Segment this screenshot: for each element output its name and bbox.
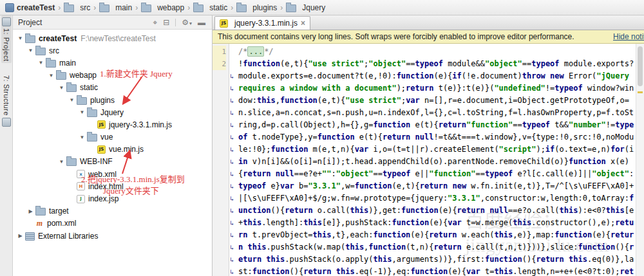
tree-item-pom-xml[interactable]: mpom.xml xyxy=(13,217,212,230)
breadcrumb-item-webapp[interactable]: webapp xyxy=(140,3,185,12)
soft-wrap-icon: ↳ xyxy=(230,180,234,192)
maven-file-icon: m xyxy=(35,219,44,228)
code-line-1: /*...*/ xyxy=(238,46,634,58)
xml-file-icon: x xyxy=(77,170,85,178)
tree-item-label: vue.min.js xyxy=(109,145,144,154)
soft-wrap-icon: ↳ xyxy=(230,168,234,180)
tree-item-label: webapp xyxy=(70,71,97,80)
tree-item-label: plugins xyxy=(90,96,115,105)
breadcrumb-item-main[interactable]: main xyxy=(98,3,133,12)
soft-wrap-icon: ↳ xyxy=(230,217,234,229)
folder-icon xyxy=(236,5,247,12)
scrollbar-thumb[interactable] xyxy=(638,46,643,86)
chevron-separator-icon: › xyxy=(58,3,61,12)
breadcrumb-item-src[interactable]: src xyxy=(62,3,91,12)
folder-icon xyxy=(46,60,56,68)
project-panel: Project ⌖ ⊟ ⚙▾ ▬ ▼createTestF:\newTest\c… xyxy=(13,15,213,276)
breadcrumb-label: Jquery xyxy=(302,3,325,12)
structure-tool-icon xyxy=(2,118,11,127)
chevron-down-icon[interactable]: ▼ xyxy=(57,159,66,165)
project-tool-icon xyxy=(2,17,11,26)
tree-item-vue-folder[interactable]: ▼vue xyxy=(13,131,212,143)
chevron-down-icon[interactable]: ▼ xyxy=(57,85,66,91)
soft-wrap-icon: ↳ xyxy=(230,95,234,107)
soft-wrap-icon: ↳ xyxy=(230,143,234,156)
tree-item-web-inf[interactable]: ▼WEB-INF xyxy=(13,156,212,168)
chevron-down-icon[interactable]: ▼ xyxy=(77,109,87,115)
soft-wrap-icon: ↳ xyxy=(230,156,234,168)
folder-icon xyxy=(56,72,66,80)
tree-item-createtest[interactable]: ▼createTestF:\newTest\createTest xyxy=(13,32,212,44)
breadcrumb-label: plugins xyxy=(252,3,277,12)
breadcrumb-item-plugins[interactable]: plugins xyxy=(235,3,278,12)
hide-notification-link[interactable]: Hide notification xyxy=(613,32,644,41)
js-file-icon: JS xyxy=(220,19,228,28)
folder-icon xyxy=(25,35,35,43)
folder-icon xyxy=(64,5,74,12)
code-area[interactable]: /*...*/ !function(e,t){"use strict";"obj… xyxy=(229,44,636,276)
tree-item-label: index.html xyxy=(88,182,124,191)
tree-item-target[interactable]: ▶target xyxy=(13,205,212,217)
chevron-separator-icon: › xyxy=(93,3,96,12)
soft-wrap-icon: ↳ xyxy=(230,119,234,131)
tree-item-static[interactable]: ▼static xyxy=(13,82,212,94)
chevron-right-icon[interactable]: ▶ xyxy=(15,233,25,239)
folder-icon xyxy=(35,48,46,55)
tree-item-label: vue xyxy=(100,133,113,142)
chevron-down-icon[interactable]: ▼ xyxy=(26,48,35,53)
folded-region[interactable]: ... xyxy=(247,46,264,57)
line-number-gutter[interactable]: 1 2 xyxy=(213,44,229,276)
chevron-right-icon[interactable]: ▶ xyxy=(26,208,35,214)
collapse-all-icon[interactable]: ⊟ xyxy=(163,18,169,27)
tree-item-main[interactable]: ▼main xyxy=(13,57,212,69)
library-icon xyxy=(25,232,35,241)
chevron-down-icon[interactable]: ▼ xyxy=(36,60,46,66)
sidebar-tab-structure[interactable]: 7: Structure xyxy=(1,73,12,129)
tree-item-index-jsp[interactable]: Jindex.jsp xyxy=(13,192,212,205)
tree-item-jquery-folder[interactable]: ▼Jquery xyxy=(13,106,212,118)
breadcrumb-label: createTest xyxy=(17,3,55,12)
tree-item-jquery-min-js[interactable]: JSjquery-3.3.1.min.js xyxy=(13,118,212,131)
breadcrumb-item-static[interactable]: static xyxy=(192,3,229,12)
tree-item-vue-min-js[interactable]: JSvue.min.js xyxy=(13,143,212,156)
breadcrumb-item-createtest[interactable]: createTest xyxy=(4,3,56,12)
tree-item-src[interactable]: ▼src xyxy=(13,44,212,57)
chevron-down-icon[interactable]: ▼ xyxy=(46,73,56,78)
breadcrumb-label: main xyxy=(115,3,132,12)
soft-wrap-icon: ↳ xyxy=(230,70,234,82)
folder-icon xyxy=(66,158,77,166)
banner-message: This document contains very long lines. … xyxy=(218,32,574,41)
chevron-down-icon[interactable]: ▼ xyxy=(77,134,87,140)
chevron-down-icon[interactable]: ▼ xyxy=(15,35,25,41)
comment-close: */ xyxy=(264,47,273,56)
ide-window: createTest › src › main › webapp › stati… xyxy=(0,0,644,276)
project-tree: ▼createTestF:\newTest\createTest ▼src ▼m… xyxy=(13,30,212,242)
tree-item-label: main xyxy=(59,59,76,68)
breadcrumb-item-jquery[interactable]: Jquery xyxy=(285,3,327,12)
folder-icon xyxy=(87,134,97,142)
tree-item-webapp[interactable]: ▼webapp xyxy=(13,69,212,82)
settings-gear-icon[interactable]: ⚙▾ xyxy=(182,18,192,27)
html-file-icon: H xyxy=(77,182,85,190)
tree-item-plugins[interactable]: ▼plugins xyxy=(13,94,212,106)
tree-item-index-html[interactable]: Hindex.html xyxy=(13,180,212,192)
locate-icon[interactable]: ⌖ xyxy=(153,18,157,27)
tree-item-label: jquery-3.3.1.min.js xyxy=(109,120,172,129)
jsp-file-icon: J xyxy=(77,195,85,203)
breadcrumb: createTest › src › main › webapp › stati… xyxy=(0,0,644,15)
vertical-scrollbar[interactable] xyxy=(636,44,644,276)
editor-tab-jquery[interactable]: JS jquery-3.3.1.min.js × xyxy=(214,16,310,30)
gear-glyph: ⚙ xyxy=(182,18,189,27)
chevron-down-icon[interactable]: ▼ xyxy=(67,97,77,103)
hide-panel-icon[interactable]: ▬ xyxy=(198,18,205,27)
folder-icon xyxy=(193,5,204,12)
sidebar-tab-project[interactable]: 1: Project xyxy=(1,15,12,63)
tree-item-label: web.xml xyxy=(88,170,117,179)
project-path: F:\newTest\createTest xyxy=(80,34,156,43)
code-line-2: !function(e,t){"use strict";"object"==ty… xyxy=(238,58,634,276)
close-icon[interactable]: × xyxy=(301,20,305,26)
chevron-separator-icon: › xyxy=(231,3,233,12)
tree-item-external-libraries[interactable]: ▶External Libraries xyxy=(13,230,212,242)
tree-item-label: index.jsp xyxy=(88,194,118,203)
tree-item-web-xml[interactable]: xweb.xml xyxy=(13,168,212,180)
